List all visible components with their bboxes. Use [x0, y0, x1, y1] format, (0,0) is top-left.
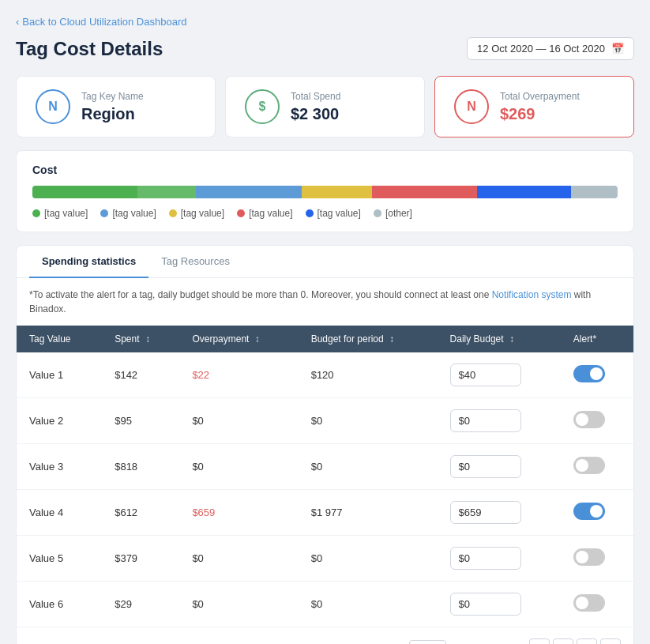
- th-tag-value: Tag Value: [17, 326, 102, 352]
- tag-key-icon: N: [36, 89, 70, 124]
- cost-title: Cost: [32, 164, 618, 176]
- th-overpayment[interactable]: Overpayment ↕: [179, 326, 298, 352]
- cell-daily-budget-1: [438, 398, 561, 444]
- cell-overpayment-3: $659: [179, 490, 298, 536]
- first-page-button[interactable]: ⇤: [529, 638, 550, 644]
- cell-overpayment-5: $0: [179, 582, 298, 627]
- prev-page-button[interactable]: ‹: [553, 638, 573, 644]
- tag-key-label: Tag Key Name: [81, 91, 144, 102]
- cell-daily-budget-2: [438, 444, 561, 490]
- date-picker[interactable]: 12 Oct 2020 — 16 Oct 2020 📅: [467, 37, 634, 60]
- alert-toggle-5[interactable]: [573, 594, 605, 612]
- cell-tag-value-4: Value 5: [17, 536, 102, 582]
- next-page-button[interactable]: ›: [577, 638, 597, 644]
- daily-budget-input-3[interactable]: [450, 501, 521, 524]
- cell-spent-5: $29: [102, 582, 179, 627]
- alert-toggle-3[interactable]: [573, 503, 605, 520]
- spending-table: Tag Value Spent ↕ Overpayment ↕ Budget f…: [17, 326, 633, 627]
- legend-label-2: [tag value]: [112, 208, 156, 219]
- summary-cards: N Tag Key Name Region $ Total Spend $2 3…: [16, 76, 634, 137]
- cell-overpayment-0: $22: [179, 352, 298, 398]
- legend-dot-4: [237, 209, 245, 217]
- tag-key-info: Tag Key Name Region: [81, 91, 144, 123]
- total-overpayment-value: $269: [500, 105, 580, 123]
- alert-toggle-2[interactable]: [573, 457, 605, 474]
- daily-budget-input-5[interactable]: [450, 593, 521, 616]
- th-spent[interactable]: Spent ↕: [102, 326, 179, 352]
- cell-spent-4: $379: [102, 536, 179, 582]
- cell-alert-0: [561, 352, 633, 398]
- total-overpayment-icon: N: [454, 89, 489, 124]
- table-row: Value 6 $29 $0 $0: [17, 582, 633, 627]
- cell-tag-value-2: Value 3: [17, 444, 102, 490]
- toggle-knob-4: [576, 551, 588, 563]
- notification-system-link[interactable]: Notification system: [492, 289, 572, 300]
- cell-budget-period-1: $0: [299, 398, 438, 444]
- daily-budget-input-2[interactable]: [450, 455, 521, 478]
- sort-daily-budget-icon: ↕: [509, 333, 514, 345]
- legend-label-other: [other]: [385, 208, 412, 219]
- total-overpayment-card: N Total Overpayment $269: [434, 76, 634, 137]
- legend-label-5: [tag value]: [317, 208, 361, 219]
- page-header: Tag Cost Details 12 Oct 2020 — 16 Oct 20…: [16, 37, 634, 60]
- toggle-knob-0: [590, 367, 603, 380]
- legend-dot-3: [169, 209, 177, 217]
- table-header-row: Tag Value Spent ↕ Overpayment ↕ Budget f…: [17, 326, 633, 352]
- tag-key-value: Region: [81, 105, 144, 123]
- cell-overpayment-4: $0: [179, 536, 298, 582]
- cell-alert-2: [561, 444, 633, 490]
- cell-tag-value-0: Value 1: [17, 352, 102, 398]
- cell-overpayment-1: $0: [179, 398, 298, 444]
- cell-daily-budget-3: [438, 490, 561, 536]
- alert-toggle-1[interactable]: [573, 411, 605, 428]
- legend-item-other: [other]: [374, 208, 412, 219]
- daily-budget-input-1[interactable]: [450, 409, 521, 432]
- back-link[interactable]: ‹ Back to Cloud Utilization Dashboard: [16, 16, 634, 28]
- last-page-button[interactable]: ⇥: [600, 638, 621, 644]
- table-row: Value 2 $95 $0 $0: [17, 398, 633, 444]
- sort-budget-period-icon: ↕: [389, 333, 394, 345]
- th-daily-budget[interactable]: Daily Budget ↕: [438, 326, 561, 352]
- tabs: Spending statistics Tag Resources: [17, 246, 633, 278]
- sort-spent-icon: ↕: [145, 333, 150, 345]
- cell-tag-value-5: Value 6: [17, 582, 102, 627]
- calendar-icon: 📅: [611, 43, 624, 55]
- legend-dot-other: [374, 209, 381, 217]
- daily-budget-input-4[interactable]: [450, 547, 521, 570]
- legend-item-4: [tag value]: [237, 208, 292, 219]
- cell-daily-budget-5: [438, 582, 561, 627]
- cell-daily-budget-0: [438, 352, 561, 398]
- tab-tag-resources[interactable]: Tag Resources: [148, 246, 242, 278]
- th-budget-period[interactable]: Budget for period ↕: [299, 326, 438, 352]
- back-link-text: Back to Cloud Utilization Dashboard: [22, 16, 186, 28]
- legend-item-2: [tag value]: [100, 208, 156, 219]
- legend-item-1: [tag value]: [32, 208, 88, 219]
- total-spend-icon: $: [245, 89, 280, 124]
- cost-bar: [32, 186, 618, 198]
- cell-overpayment-2: $0: [179, 444, 298, 490]
- per-page-select[interactable]: 50 ⌄: [409, 640, 446, 645]
- alert-toggle-0[interactable]: [573, 365, 605, 382]
- cell-budget-period-5: $0: [299, 582, 438, 627]
- cell-alert-5: [561, 582, 633, 627]
- toggle-knob-3: [590, 505, 603, 518]
- page-navigation: ⇤ ‹ › ⇥: [529, 638, 621, 644]
- toggle-knob-1: [576, 413, 588, 426]
- alert-text: *To activate the alert for a tag, daily …: [17, 278, 633, 326]
- daily-budget-input-0[interactable]: [450, 363, 521, 386]
- cell-alert-3: [561, 490, 633, 536]
- total-spend-label: Total Spend: [291, 91, 340, 102]
- legend-item-5: [tag value]: [306, 208, 361, 219]
- legend-dot-1: [32, 209, 40, 217]
- date-range-text: 12 Oct 2020 — 16 Oct 2020: [477, 43, 605, 55]
- legend-label-1: [tag value]: [44, 208, 88, 219]
- tab-spending-statistics[interactable]: Spending statistics: [29, 246, 148, 278]
- total-spend-value: $2 300: [291, 105, 340, 123]
- cell-spent-0: $142: [102, 352, 179, 398]
- cell-budget-period-2: $0: [299, 444, 438, 490]
- alert-toggle-4[interactable]: [573, 548, 605, 566]
- cell-daily-budget-4: [438, 536, 561, 582]
- legend-dot-2: [100, 209, 108, 217]
- tag-key-card: N Tag Key Name Region: [16, 76, 216, 137]
- chevron-left-icon: ‹: [16, 16, 19, 28]
